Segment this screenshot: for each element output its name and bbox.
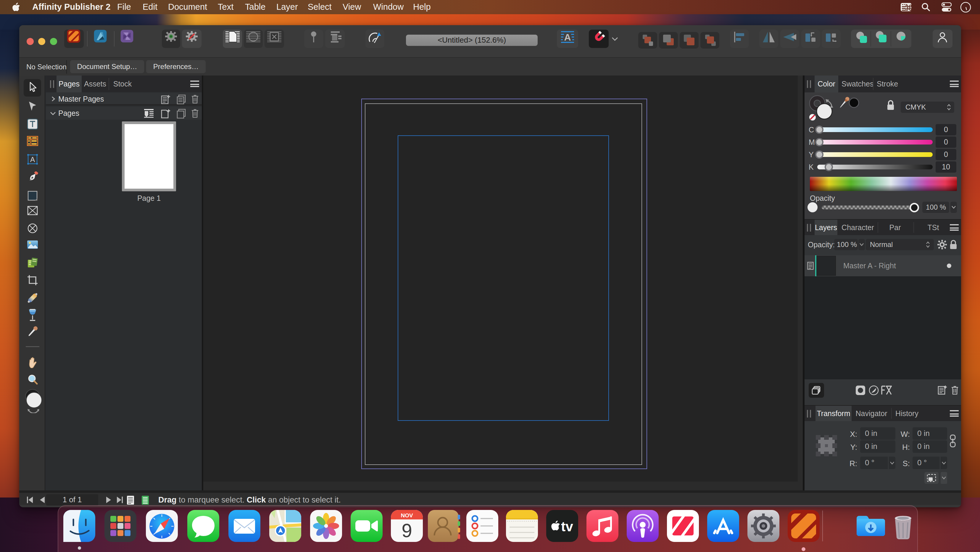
svg-text:A: A: [564, 32, 571, 43]
svg-text:tv: tv: [561, 519, 573, 534]
svg-text:NOV: NOV: [401, 512, 413, 518]
svg-text:9: 9: [401, 520, 412, 541]
svg-text:A: A: [30, 155, 35, 163]
